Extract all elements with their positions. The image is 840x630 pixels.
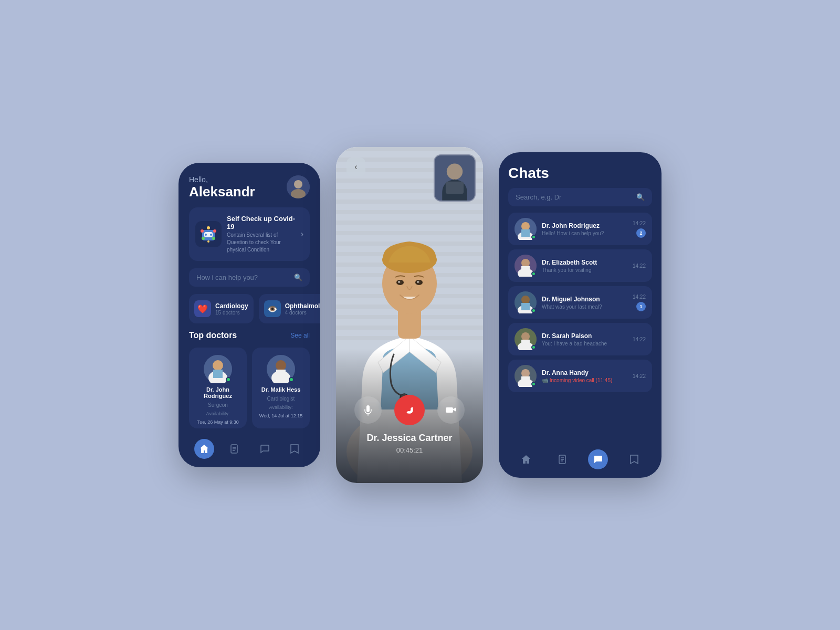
svg-rect-20	[276, 370, 286, 378]
chats-nav-records[interactable]	[552, 449, 572, 469]
chat-info-5: Dr. Anna Handy 📹 Incoming video call (11…	[542, 369, 627, 383]
categories-row: ❤️ Cardiology 15 doctors 👁️ Ophthalmolog…	[189, 294, 310, 323]
svg-rect-59	[446, 182, 464, 194]
svg-point-75	[521, 332, 530, 341]
svg-point-58	[447, 163, 463, 179]
svg-point-10	[212, 237, 215, 240]
home-bottom-nav	[189, 436, 310, 459]
chat-time-1: 14:22	[633, 220, 646, 226]
chat-item-2[interactable]: Dr. Elizabeth Scott Thank you for visiti…	[508, 249, 652, 282]
chat-item-3[interactable]: Dr. Miguel Johnson What was your last me…	[508, 286, 652, 319]
chat-item-4[interactable]: Dr. Sarah Palson You: I have a bad heada…	[508, 323, 652, 355]
chat-name-2: Dr. Elizabeth Scott	[542, 259, 627, 266]
home-header-text: Hello, Aleksandr	[189, 175, 255, 200]
calling-doctor-name: Dr. Jessica Cartner	[336, 433, 483, 444]
covid-icon	[195, 221, 222, 247]
chat-avatar-2	[514, 255, 537, 277]
avail-time-1: Tue, 26 May at 9:30	[197, 419, 239, 425]
svg-point-63	[521, 222, 530, 230]
see-all-link[interactable]: See all	[290, 332, 310, 339]
video-back-button[interactable]: ‹	[346, 158, 365, 176]
cardiology-count: 15 doctors	[215, 310, 248, 316]
chat-time-4: 14:22	[633, 337, 646, 342]
video-call-text: Incoming video call (11:45)	[550, 377, 613, 383]
doctor-name-1: Dr. John Rodriguez	[194, 386, 242, 399]
svg-rect-77	[521, 340, 530, 347]
svg-point-67	[521, 259, 530, 267]
online-indicator-2	[289, 377, 294, 382]
avail-label-2: Availability:	[269, 405, 293, 410]
chat-info-4: Dr. Sarah Palson You: I have a bad heada…	[542, 332, 627, 346]
svg-rect-69	[521, 266, 530, 274]
chat-preview-3: What was your last meal?	[542, 304, 627, 310]
chat-name-4: Dr. Sarah Palson	[542, 332, 627, 340]
svg-point-5	[205, 234, 207, 236]
camera-button[interactable]	[437, 396, 465, 424]
svg-point-14	[213, 360, 223, 371]
chats-nav-home[interactable]	[516, 449, 536, 469]
svg-point-6	[210, 234, 212, 236]
chat-meta-4: 14:22	[633, 337, 646, 342]
user-name: Aleksandr	[189, 184, 255, 200]
ophthalmology-text: Ophthalmology 4 doctors	[285, 302, 320, 316]
nav-saved[interactable]	[285, 439, 304, 459]
back-icon: ‹	[354, 162, 357, 172]
chat-info-2: Dr. Elizabeth Scott Thank you for visiti…	[542, 259, 627, 273]
svg-point-1	[294, 180, 302, 188]
svg-rect-16	[213, 370, 223, 378]
call-controls	[336, 395, 483, 425]
chat-item-1[interactable]: Dr. John Rodriguez Hello! How i can help…	[508, 213, 652, 245]
nav-home[interactable]	[194, 439, 214, 459]
chat-avatar-4	[514, 328, 537, 350]
chat-search-placeholder: Search, e.g. Dr	[516, 193, 561, 201]
chat-item-5[interactable]: Dr. Anna Handy 📹 Incoming video call (11…	[508, 360, 652, 392]
chat-badge-3: 1	[636, 302, 646, 311]
svg-point-7	[201, 229, 204, 233]
category-ophthalmology[interactable]: 👁️ Ophthalmology 4 doctors	[259, 294, 320, 323]
user-avatar[interactable]	[287, 175, 310, 198]
doctor-specialty-1: Surgeon	[208, 402, 228, 408]
chat-time-2: 14:22	[633, 263, 646, 269]
chats-nav-chat[interactable]	[588, 449, 608, 469]
chat-preview-1: Hello! How i can help you?	[542, 230, 627, 236]
doctor-specialty-2: Cardiologist	[267, 396, 295, 402]
top-doctors-title: Top doctors	[189, 331, 237, 340]
svg-rect-65	[521, 229, 530, 237]
home-search[interactable]: How i can help you? 🔍	[189, 268, 310, 287]
svg-rect-81	[521, 376, 530, 384]
end-call-button[interactable]	[394, 395, 425, 425]
nav-chat[interactable]	[255, 439, 275, 459]
phone-home: Hello, Aleksandr	[178, 163, 320, 467]
doctor-avatar-2	[267, 355, 295, 383]
svg-point-8	[213, 229, 216, 233]
svg-point-71	[521, 296, 530, 304]
chat-avatar-1	[514, 218, 537, 240]
phone-video: ‹	[336, 147, 483, 483]
doctor-card-1[interactable]: Dr. John Rodriguez Surgeon Availability:…	[189, 348, 247, 428]
top-doctors-header: Top doctors See all	[189, 331, 310, 340]
chat-avatar-3	[514, 291, 537, 313]
chat-preview-5: 📹 Incoming video call (11:45)	[542, 377, 627, 383]
chat-avatar-5	[514, 365, 537, 387]
chat-search[interactable]: Search, e.g. Dr 🔍	[508, 188, 652, 206]
chats-nav-saved[interactable]	[624, 449, 644, 469]
covid-subtitle: Contain Several list of Question to chec…	[227, 232, 296, 254]
doctors-row: Dr. John Rodriguez Surgeon Availability:…	[189, 348, 310, 428]
covid-title: Self Check up Covid-19	[227, 215, 296, 230]
covid-card[interactable]: Self Check up Covid-19 Contain Several l…	[189, 207, 310, 261]
search-icon: 🔍	[294, 274, 302, 281]
covid-arrow-icon: ›	[301, 229, 303, 239]
chat-name-1: Dr. John Rodriguez	[542, 222, 627, 229]
chat-meta-2: 14:22	[633, 263, 646, 269]
svg-rect-61	[446, 407, 453, 413]
call-duration: 00:45:21	[336, 446, 483, 454]
mute-button[interactable]	[354, 396, 382, 424]
nav-records[interactable]	[224, 439, 244, 459]
doctor-card-2[interactable]: Dr. Malik Hess Cardiologist Availability…	[252, 348, 310, 428]
chat-preview-2: Thank you for visiting	[542, 267, 627, 273]
covid-card-text: Self Check up Covid-19 Contain Several l…	[227, 215, 296, 254]
chat-info-1: Dr. John Rodriguez Hello! How i can help…	[542, 222, 627, 236]
svg-point-12	[207, 240, 209, 243]
chat-time-3: 14:22	[633, 294, 646, 300]
category-cardiology[interactable]: ❤️ Cardiology 15 doctors	[189, 294, 254, 323]
